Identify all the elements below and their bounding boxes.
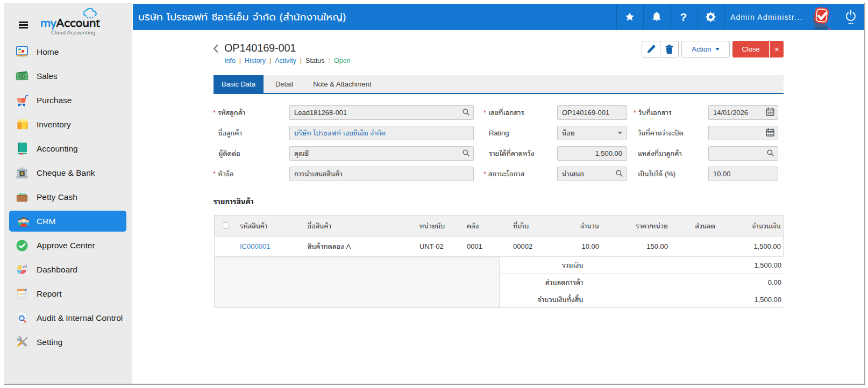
svg-text:$: $ (19, 292, 21, 297)
svg-text:PROSOFTm: PROSOFTm (814, 27, 831, 30)
svg-text:$: $ (20, 170, 24, 176)
